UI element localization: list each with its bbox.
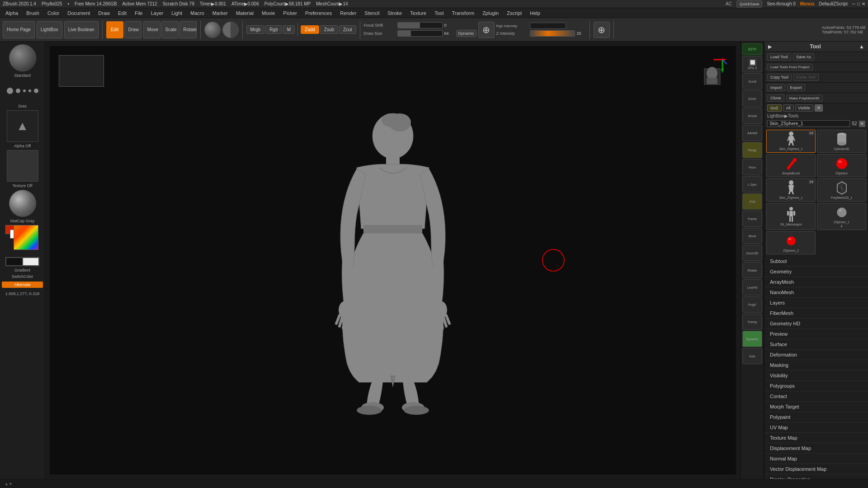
rotate-button[interactable]: Rotate bbox=[179, 21, 197, 38]
paste-tool-button[interactable]: Paste Tool bbox=[793, 74, 819, 81]
dynamic-rt-button[interactable]: Dynamic bbox=[742, 331, 762, 347]
menu-marker[interactable]: Marker bbox=[209, 9, 231, 17]
tool-item-cylinder3d[interactable]: Cylinder3D bbox=[817, 130, 866, 153]
mrgb-button[interactable]: Mrgb bbox=[246, 25, 265, 34]
menu-layers[interactable]: Layers bbox=[764, 298, 868, 308]
menu-brush[interactable]: Brush bbox=[23, 9, 43, 17]
menu-preferences[interactable]: Preferences bbox=[302, 9, 335, 17]
menu-vector-displacement[interactable]: Vector Displacement Map bbox=[764, 464, 868, 474]
menu-tool[interactable]: Tool bbox=[431, 9, 447, 17]
zoom-button[interactable]: Zoom bbox=[742, 90, 762, 107]
gyro2-icon-btn[interactable]: ⊕ bbox=[594, 22, 610, 38]
zsub-button[interactable]: Zsub bbox=[320, 25, 338, 34]
menu-texture[interactable]: Texture bbox=[406, 9, 430, 17]
menu-geometry-hd[interactable]: Geometry HD bbox=[764, 319, 868, 329]
menu-geometry[interactable]: Geometry bbox=[764, 267, 868, 277]
menu-picker[interactable]: Picker bbox=[279, 9, 301, 17]
alternate-button[interactable]: Alternate bbox=[2, 282, 43, 288]
sphere-icon-btn[interactable] bbox=[204, 22, 221, 38]
draw-button[interactable]: Draw bbox=[124, 21, 142, 38]
brush-preview[interactable] bbox=[9, 44, 36, 71]
persp-button[interactable]: Persp bbox=[742, 142, 762, 158]
default-script[interactable]: DefaultZScript bbox=[819, 1, 848, 6]
menu-contact[interactable]: Contact bbox=[764, 391, 868, 402]
tool-name-input[interactable] bbox=[767, 120, 850, 127]
polyf-button[interactable]: PolyF bbox=[742, 296, 762, 313]
scale-button[interactable]: Scale bbox=[161, 21, 179, 38]
xyz-button[interactable]: XYZ bbox=[742, 193, 762, 210]
zoom3d-button[interactable]: Zoom3D bbox=[742, 245, 762, 261]
texture-preview[interactable] bbox=[7, 150, 38, 182]
menu-uv-map[interactable]: UV Map bbox=[764, 422, 868, 433]
solo-button[interactable]: Solo bbox=[742, 348, 762, 364]
menu-movie[interactable]: Movie bbox=[258, 9, 278, 17]
tool-item-zsphere2[interactable]: ZSphere_2 bbox=[766, 231, 816, 254]
tool-item-polymesh3d1[interactable]: PolyMesh3D_1 bbox=[817, 178, 866, 202]
menu-macro[interactable]: Macro bbox=[187, 9, 208, 17]
menu-zplugin[interactable]: Zplugin bbox=[479, 9, 502, 17]
menu-draw[interactable]: Draw bbox=[94, 9, 113, 17]
load-from-proj-button[interactable]: Load Tools From Project bbox=[767, 64, 813, 70]
menu-displacement-map[interactable]: Displacement Map bbox=[764, 443, 868, 454]
menu-material[interactable]: Material bbox=[232, 9, 257, 17]
tool-item-skin-zsphere1-2[interactable]: 15 Skin_ZSphere_1 bbox=[766, 178, 816, 202]
menu-stencil[interactable]: Stencil bbox=[361, 9, 383, 17]
lightbox-button[interactable]: LightBox bbox=[37, 21, 62, 38]
goz-button[interactable]: GoZ bbox=[767, 104, 782, 112]
linefill-button[interactable]: LineFill bbox=[742, 279, 762, 296]
rgb-button[interactable]: Rgb bbox=[265, 25, 282, 34]
menu-transform[interactable]: Transform bbox=[448, 9, 478, 17]
rgb-intensity-slider[interactable] bbox=[530, 23, 566, 29]
halfsphere-icon-btn[interactable] bbox=[222, 22, 239, 38]
tool-item-zsphere1[interactable]: ZSphere_1 2 bbox=[817, 203, 866, 230]
move-button[interactable]: Move bbox=[143, 21, 160, 38]
quicksave-button[interactable]: QuickSave bbox=[736, 0, 763, 8]
alpha-preview[interactable]: ▲ bbox=[7, 110, 38, 142]
home-page-button[interactable]: Home Page bbox=[3, 21, 35, 38]
menus-button[interactable]: Menus bbox=[800, 1, 815, 6]
visible-button[interactable]: Visible bbox=[795, 104, 813, 112]
tool-item-zsphere[interactable]: ZSphere bbox=[817, 154, 866, 177]
gyro-icon-btn[interactable]: ⊕ bbox=[478, 22, 495, 38]
menu-deformation[interactable]: Deformation bbox=[764, 350, 868, 360]
save-as-button[interactable]: Save As bbox=[793, 53, 814, 61]
window-controls[interactable]: ─ □ ✕ bbox=[852, 1, 865, 6]
menu-visibility[interactable]: Visibility bbox=[764, 371, 868, 381]
load-tool-button[interactable]: Load Tool bbox=[767, 53, 791, 61]
menu-alpha[interactable]: Alpha bbox=[2, 9, 22, 17]
frame-button[interactable]: Frame bbox=[742, 211, 762, 227]
canvas-inner[interactable] bbox=[50, 46, 736, 474]
gradient-bar[interactable] bbox=[5, 257, 39, 266]
dynamic-button[interactable]: Dynamic bbox=[456, 30, 476, 37]
tool-item-simplebrush[interactable]: SimpleBrush bbox=[766, 154, 816, 177]
menu-display-properties[interactable]: Display Properties bbox=[764, 474, 868, 479]
tool-r-button[interactable]: R bbox=[859, 121, 866, 127]
transp-button[interactable]: Transp bbox=[742, 314, 762, 330]
copy-tool-button[interactable]: Copy Tool bbox=[767, 74, 792, 81]
menu-document[interactable]: Document bbox=[64, 9, 94, 17]
lightbox-tools-label[interactable]: Lightbox▶Tools bbox=[767, 113, 798, 118]
menu-zscript[interactable]: Zscript bbox=[503, 9, 525, 17]
menu-color[interactable]: Color bbox=[44, 9, 63, 17]
make-poly-button[interactable]: Make PolyMesh3D bbox=[786, 95, 823, 102]
menu-file[interactable]: File bbox=[131, 9, 146, 17]
tool-item-skin-zsphere1[interactable]: 15 Skin_ZSphere_1 bbox=[766, 130, 816, 153]
spix-button[interactable]: 🔲 SPix 3 bbox=[742, 56, 762, 72]
rotate-rt-button[interactable]: Rotate bbox=[742, 262, 762, 278]
menu-layer[interactable]: Layer bbox=[147, 9, 167, 17]
lsym-button[interactable]: L.Sym bbox=[742, 176, 762, 192]
menu-nanomesh[interactable]: NanoMesh bbox=[764, 287, 868, 298]
all-button[interactable]: All bbox=[783, 104, 794, 112]
r-button[interactable]: R bbox=[815, 104, 823, 112]
draw-size-slider[interactable] bbox=[397, 30, 443, 37]
menu-morph-target[interactable]: Morph Target bbox=[764, 402, 868, 412]
color-swatch[interactable] bbox=[14, 225, 38, 250]
menu-fibermesh[interactable]: FiberMesh bbox=[764, 308, 868, 319]
bottom-arrows[interactable]: ▲▼ bbox=[5, 482, 13, 486]
menu-light[interactable]: Light bbox=[168, 9, 186, 17]
color-picker-area[interactable] bbox=[5, 225, 39, 254]
zcut-button[interactable]: Zcut bbox=[339, 25, 356, 34]
menu-surface[interactable]: Surface bbox=[764, 339, 868, 350]
floor-button[interactable]: Floor bbox=[742, 159, 762, 175]
menu-render[interactable]: Render bbox=[336, 9, 360, 17]
